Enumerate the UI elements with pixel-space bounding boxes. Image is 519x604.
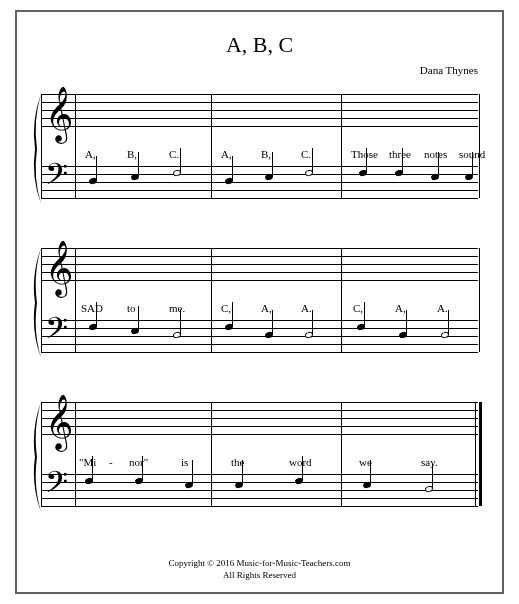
lyric-syllable: "Mi bbox=[79, 456, 96, 468]
lyric-syllable: word bbox=[289, 456, 312, 468]
brace-icon bbox=[31, 248, 41, 368]
copyright-line-2: All Rights Reserved bbox=[17, 569, 502, 582]
barline bbox=[41, 402, 42, 506]
lyric-syllable: A. bbox=[437, 302, 448, 314]
system-3: 𝄞𝄢"Minor"isthewordwesay.- bbox=[41, 402, 478, 522]
copyright-notice: Copyright © 2016 Music-for-Music-Teacher… bbox=[17, 557, 502, 582]
barline bbox=[75, 402, 76, 506]
note-stem bbox=[406, 310, 407, 334]
lyric-syllable: to bbox=[127, 302, 136, 314]
barline bbox=[41, 248, 42, 352]
sheet-music-page: A, B, C Dana Thynes 𝄞𝄢A,B,C.A,B,C.Thoset… bbox=[15, 10, 504, 594]
system-1: 𝄞𝄢A,B,C.A,B,C.Thosethreenotessound bbox=[41, 94, 478, 214]
system-2: 𝄞𝄢SADtome.C,A,A.C,A,A. bbox=[41, 248, 478, 368]
song-title: A, B, C bbox=[41, 32, 478, 58]
note-stem bbox=[192, 460, 193, 484]
copyright-line-1: Copyright © 2016 Music-for-Music-Teacher… bbox=[17, 557, 502, 570]
brace-icon bbox=[31, 402, 41, 522]
note-stem bbox=[142, 456, 143, 480]
note-stem bbox=[370, 460, 371, 484]
lyric-syllable: A, bbox=[85, 148, 96, 160]
barline bbox=[211, 248, 212, 352]
note-stem bbox=[242, 460, 243, 484]
lyric-syllable: SAD bbox=[81, 302, 103, 314]
lyric-syllable: A, bbox=[221, 148, 232, 160]
lyric-syllable: A, bbox=[395, 302, 406, 314]
lyric-syllable: nor" bbox=[129, 456, 148, 468]
note-stem bbox=[402, 148, 403, 172]
barline bbox=[211, 402, 212, 506]
note-stem bbox=[272, 310, 273, 334]
lyric-hyphen: - bbox=[109, 456, 113, 468]
barline bbox=[75, 94, 76, 198]
note-stem bbox=[438, 152, 439, 176]
barline bbox=[479, 94, 480, 198]
barline bbox=[341, 402, 342, 506]
note-stem bbox=[364, 302, 365, 326]
note-stem bbox=[96, 302, 97, 326]
note-stem bbox=[138, 306, 139, 330]
lyric-syllable: A, bbox=[261, 302, 272, 314]
note-stem bbox=[138, 152, 139, 176]
lyric-syllable: B, bbox=[261, 148, 271, 160]
barline bbox=[41, 94, 42, 198]
lyric-syllable: A. bbox=[301, 302, 312, 314]
note-stem bbox=[180, 310, 181, 334]
lyric-syllable: notes bbox=[424, 148, 447, 160]
brace-icon bbox=[31, 94, 41, 214]
barline bbox=[341, 94, 342, 198]
barline bbox=[211, 94, 212, 198]
note-stem bbox=[96, 156, 97, 180]
note-stem bbox=[312, 310, 313, 334]
note-stem bbox=[232, 156, 233, 180]
lyric-syllable: me. bbox=[169, 302, 185, 314]
barline bbox=[479, 248, 480, 352]
note-stem bbox=[472, 152, 473, 176]
lyric-syllable: Those bbox=[351, 148, 378, 160]
lyric-syllable: B, bbox=[127, 148, 137, 160]
note-stem bbox=[272, 152, 273, 176]
barline bbox=[75, 248, 76, 352]
lyric-syllable: is bbox=[181, 456, 188, 468]
lyric-syllable: C, bbox=[353, 302, 363, 314]
note-stem bbox=[432, 464, 433, 488]
note-stem bbox=[366, 148, 367, 172]
note-stem bbox=[92, 456, 93, 480]
lyric-syllable: C. bbox=[301, 148, 311, 160]
note-stem bbox=[448, 310, 449, 334]
note-stem bbox=[312, 148, 313, 172]
lyric-syllable: C. bbox=[169, 148, 179, 160]
composer-name: Dana Thynes bbox=[41, 64, 478, 76]
lyric-syllable: say. bbox=[421, 456, 438, 468]
lyric-syllable: three bbox=[389, 148, 411, 160]
barline bbox=[341, 248, 342, 352]
note-stem bbox=[302, 456, 303, 480]
note-stem bbox=[232, 302, 233, 326]
note-stem bbox=[180, 148, 181, 172]
music-systems: 𝄞𝄢A,B,C.A,B,C.Thosethreenotessound𝄞𝄢SADt… bbox=[41, 94, 478, 522]
lyric-syllable: C, bbox=[221, 302, 231, 314]
